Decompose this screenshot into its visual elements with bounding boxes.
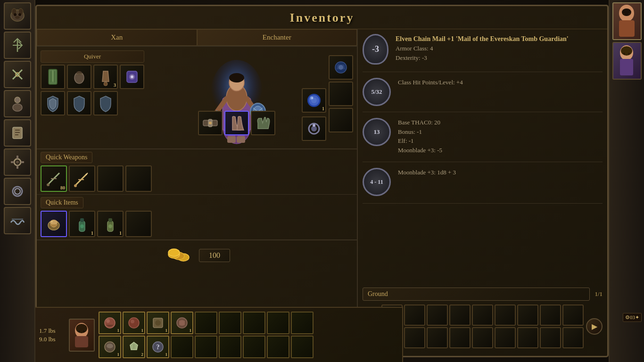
orb-slot-area: 1 [302,88,326,113]
main-panel: Inventory Xan Enchanter Quiver [35,5,609,357]
portrait-slot-2[interactable] [612,42,642,80]
boots-slot[interactable] [224,111,249,135]
bottom-slot-15[interactable] [219,336,241,358]
ground-slot-6[interactable] [495,304,516,326]
bottom-slot-7[interactable] [243,312,265,334]
quick-weapon-slot-2[interactable] [69,165,95,192]
ground-slot-5[interactable] [472,304,493,326]
sidebar-btn-person[interactable] [4,90,31,117]
belt-slot[interactable] [198,111,223,135]
ground-slot-18[interactable] [562,327,584,348]
bottom-slot-10[interactable]: 1 [99,336,121,358]
svg-point-24 [15,189,20,194]
thac0-base: Base THAC0: 20 [398,118,603,127]
sidebar-btn-swords[interactable] [4,61,31,88]
svg-point-101 [76,324,87,333]
ground-slot-2[interactable] [404,304,425,326]
damage-label: Moonblade +3: 1d8 + 3 [398,168,603,177]
quick-item-slot-1[interactable] [41,211,67,237]
bottom-slot-14[interactable] [195,336,217,358]
right-slot-3[interactable] [329,108,353,132]
svg-point-5 [15,16,20,19]
quick-items-label: Quick Items [41,197,83,208]
sidebar-btn-wolf[interactable] [4,2,31,30]
orb-slot[interactable]: 1 [302,88,326,113]
ground-slot-12[interactable] [427,327,448,348]
bottom-slot-17[interactable] [267,336,289,358]
svg-point-98 [168,249,180,256]
sidebar-btn-gear[interactable] [4,148,31,176]
tab-class[interactable]: Enchanter [197,29,357,46]
ground-slot-17[interactable] [540,327,561,348]
sidebar-btn-arrows[interactable] [4,32,31,59]
svg-point-70 [311,97,313,99]
quick-item-slot-2[interactable]: 1 [69,211,95,237]
armor-badge: -3 [363,34,388,65]
svg-point-84 [74,184,77,187]
quick-item-slot-3[interactable]: 1 [97,211,124,237]
ground-slot-15[interactable] [495,327,516,348]
ground-slot-13[interactable] [449,327,471,348]
ground-slot-4[interactable] [449,304,471,326]
bottom-slot-3[interactable]: 1 [147,312,169,334]
armor-slot-1[interactable] [41,91,65,115]
quick-weapon-slot-1[interactable]: 80 [41,165,67,192]
right-sidebar: ⚙03✦ [609,0,644,362]
right-slot-2[interactable] [329,82,353,106]
armor-slot-3[interactable] [93,91,118,115]
svg-point-52 [229,73,244,82]
ring-slot-area [302,116,326,141]
bottom-slot-9[interactable] [291,312,314,334]
thac0-badge: 13 [363,118,391,146]
svg-rect-19 [17,156,18,159]
right-slot-1[interactable] [329,55,353,80]
quick-weapons-label: Quick Weapons [41,152,92,163]
bottom-slot-5[interactable] [195,312,217,334]
quiver-slot-4[interactable] [120,65,144,89]
ground-slot-11[interactable] [404,327,425,348]
ground-slot-8[interactable] [540,304,561,326]
svg-point-41 [76,71,82,75]
bottom-slot-6[interactable] [219,312,241,334]
armor-dex-detail: Dexterity: -3 [396,53,603,63]
bottom-slot-12[interactable]: ? 1 [147,336,169,358]
bottom-slot-4[interactable]: 1 [171,312,193,334]
sidebar-btn-wave[interactable] [4,207,31,234]
bottom-slot-8[interactable] [267,312,289,334]
quick-item-slot-4[interactable] [125,211,152,237]
svg-rect-32 [620,59,633,75]
svg-point-106 [129,318,139,328]
hp-row: 5/32 Class Hit Points/Level: +4 [363,78,603,112]
portrait-slot-1[interactable] [612,2,642,40]
quiver-slot-1[interactable] [41,65,65,89]
bottom-slot-2[interactable]: 1 [123,312,145,334]
ring-slot[interactable] [302,116,326,141]
ground-slot-16[interactable] [517,327,538,348]
sidebar-btn-scroll[interactable] [4,119,31,147]
svg-point-35 [628,53,630,55]
quiver-label: Quiver [41,50,144,63]
bottom-portrait[interactable] [69,319,95,352]
quick-weapon-slot-4[interactable] [125,165,152,192]
tab-xan[interactable]: Xan [37,29,197,46]
ground-next[interactable]: ▶ [586,318,603,335]
inventory-left: Xan Enchanter Quiver [37,29,358,353]
bottom-slot-18[interactable] [291,336,314,358]
ground-slot-3[interactable] [427,304,448,326]
quick-weapon-slot-3[interactable] [97,165,124,192]
svg-rect-27 [619,20,635,37]
thac0-elf: Elf: -1 [398,136,603,146]
bottom-slot-1[interactable]: 1 [99,312,121,334]
armor-slot-2[interactable] [67,91,91,115]
svg-line-85 [86,173,88,175]
sidebar-btn-rings[interactable] [4,178,31,205]
bottom-slot-11[interactable]: 2 [123,336,145,358]
ground-slot-7[interactable] [517,304,538,326]
bottom-slot-16[interactable] [243,336,265,358]
ground-slot-14[interactable] [472,327,493,348]
quiver-slot-2[interactable] [67,65,91,89]
gloves-slot[interactable] [251,111,275,135]
quiver-slot-3[interactable]: 3 [93,65,118,89]
bottom-slot-13[interactable] [171,336,193,358]
ground-slot-9[interactable] [562,304,584,326]
